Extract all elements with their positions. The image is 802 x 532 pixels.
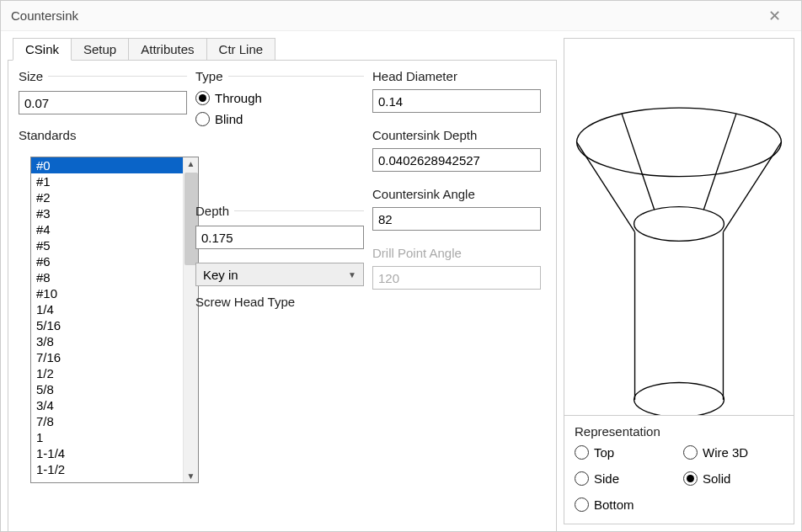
tab-ctr-line[interactable]: Ctr Line	[206, 38, 276, 61]
representation-option-label: Solid	[703, 471, 730, 486]
drillangle-label: Drill Point Angle	[372, 246, 462, 260]
tab-panel: Size Standards #0#1#2#3#4#5#6#8#101/45/1…	[8, 60, 557, 532]
standards-item[interactable]: 3/8	[31, 333, 198, 349]
svg-point-1	[634, 207, 724, 242]
csdepth-label: Countersink Depth	[372, 128, 477, 142]
standards-item[interactable]: #0	[31, 157, 198, 173]
depth-input[interactable]	[195, 226, 364, 249]
headdia-input[interactable]	[372, 89, 541, 113]
standards-item[interactable]: #4	[31, 221, 198, 237]
type-through-label: Through	[215, 91, 262, 105]
headdia-label: Head Diameter	[372, 69, 457, 83]
csangle-label: Countersink Angle	[372, 187, 475, 201]
representation-option-label: Bottom	[594, 497, 634, 512]
representation-side-radio[interactable]: Side	[575, 471, 675, 486]
standards-item[interactable]: 7/16	[31, 349, 198, 365]
representation-option-label: Top	[594, 445, 614, 460]
svg-line-2	[577, 142, 635, 232]
representation-label: Representation	[575, 424, 660, 439]
csangle-input[interactable]	[372, 207, 541, 231]
svg-point-0	[577, 108, 782, 177]
tab-strip: CSink Setup Attributes Ctr Line	[8, 38, 557, 61]
standards-item[interactable]: 1/2	[31, 365, 198, 381]
representation-solid-radio[interactable]: Solid	[683, 471, 783, 486]
standards-item[interactable]: #2	[31, 189, 198, 205]
scroll-up-icon[interactable]: ▲	[187, 157, 195, 170]
standards-listbox[interactable]: #0#1#2#3#4#5#6#8#101/45/163/87/161/25/83…	[30, 157, 199, 483]
standards-item[interactable]: 7/8	[31, 413, 198, 429]
type-through-radio[interactable]: Through	[195, 91, 364, 105]
svg-line-5	[703, 114, 736, 210]
standards-item[interactable]: 5/16	[31, 317, 198, 333]
standards-item[interactable]: 1-1/4	[31, 445, 198, 461]
standards-item[interactable]: #8	[31, 269, 198, 285]
representation-option-label: Wire 3D	[703, 445, 748, 460]
chevron-down-icon: ▼	[348, 270, 356, 279]
representation-bottom-radio[interactable]: Bottom	[575, 497, 675, 512]
standards-item[interactable]: 1-1/2	[31, 461, 198, 477]
svg-line-3	[723, 142, 781, 232]
svg-line-4	[622, 114, 655, 210]
type-blind-radio[interactable]: Blind	[195, 112, 364, 126]
csdepth-input[interactable]	[372, 148, 541, 172]
keyin-label: Key in	[203, 268, 238, 282]
standards-item[interactable]: #10	[31, 285, 198, 301]
representation-option-label: Side	[594, 471, 619, 486]
scroll-thumb[interactable]	[184, 173, 198, 265]
keyin-dropdown[interactable]: Key in ▼	[195, 263, 364, 286]
preview-pane: Representation TopWire 3DSideSolidBottom	[564, 38, 794, 524]
tab-setup[interactable]: Setup	[71, 38, 129, 61]
tab-csink[interactable]: CSink	[13, 38, 72, 61]
depth-label: Depth	[195, 204, 229, 218]
title-bar: Countersink ✕	[1, 1, 801, 31]
tab-attributes[interactable]: Attributes	[128, 38, 206, 61]
standards-item[interactable]: #5	[31, 237, 198, 253]
type-blind-label: Blind	[215, 112, 243, 126]
scroll-down-icon[interactable]: ▼	[187, 470, 195, 482]
standards-item[interactable]: #3	[31, 205, 198, 221]
screwhead-label: Screw Head Type	[195, 295, 295, 309]
standards-item[interactable]: 1/4	[31, 301, 198, 317]
representation-wire-3d-radio[interactable]: Wire 3D	[683, 445, 783, 460]
representation-top-radio[interactable]: Top	[575, 445, 675, 460]
drillangle-input	[372, 266, 541, 290]
type-label: Type	[195, 69, 223, 83]
window-title: Countersink	[11, 8, 757, 23]
standards-item[interactable]: 5/8	[31, 381, 198, 397]
standards-item[interactable]: 1	[31, 429, 198, 445]
size-input[interactable]	[19, 91, 187, 114]
svg-point-8	[634, 382, 724, 417]
standards-item[interactable]: #6	[31, 253, 198, 269]
standards-item[interactable]: 3/4	[31, 397, 198, 413]
size-label: Size	[19, 69, 43, 83]
standards-item[interactable]: #1	[31, 173, 198, 189]
close-icon[interactable]: ✕	[757, 7, 791, 25]
standards-label: Standards	[19, 128, 76, 142]
